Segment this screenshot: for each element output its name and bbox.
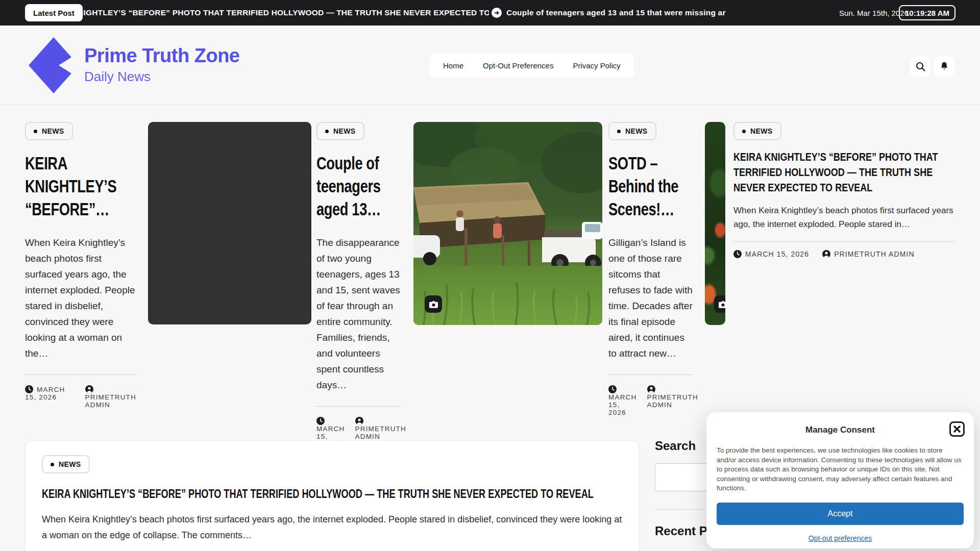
ticker-item-2[interactable]: Couple of teenagers aged 13 and 15 that …	[506, 0, 726, 26]
logo-diamond-icon	[28, 37, 79, 94]
accept-button[interactable]: Accept	[717, 503, 964, 525]
post-date: MARCH 15, 2026	[733, 250, 809, 258]
site-title: Prime Truth Zone	[84, 45, 239, 67]
consent-dialog: Manage Consent To provide the best exper…	[706, 412, 974, 548]
site-logo[interactable]: Prime Truth Zone Daily News	[28, 37, 242, 95]
ticker-arrow-icon: ➜	[492, 8, 502, 18]
post-meta: MARCH 15, 2026 PRIMETRUTH ADMIN	[25, 385, 136, 409]
latest-post-label: Latest Post	[25, 4, 83, 21]
user-icon	[647, 385, 655, 393]
clock-icon	[25, 385, 33, 393]
user-icon	[822, 250, 830, 258]
post-excerpt: Gilligan’s Island is one of those rare s…	[608, 235, 693, 361]
badge-dot-icon	[51, 463, 54, 466]
category-badge[interactable]: NEWS	[42, 455, 90, 473]
site-tagline: Daily News	[84, 69, 239, 85]
clock-icon	[608, 385, 617, 393]
close-icon	[953, 425, 961, 433]
bell-icon	[939, 61, 949, 71]
clock-icon	[733, 250, 742, 258]
ticker-bar: Latest Post NIGHTLEY’S “BEFORE” PHOTO TH…	[0, 0, 980, 26]
article-image-jungle[interactable]	[705, 122, 725, 325]
article-image-farm-scene[interactable]	[413, 122, 602, 325]
featured-post-excerpt: When Keira Knightley’s beach photos firs…	[42, 512, 623, 543]
page: Latest Post NIGHTLEY’S “BEFORE” PHOTO TH…	[0, 0, 980, 551]
post-author[interactable]: PRIMETRUTH ADMIN	[822, 250, 915, 258]
notifications-button[interactable]	[934, 56, 954, 77]
consent-title: Manage Consent	[717, 422, 964, 438]
opt-out-preferences-link[interactable]: Opt-out preferences	[717, 534, 964, 542]
consent-description: To provide the best experiences, we use …	[717, 446, 964, 493]
badge-dot-icon	[742, 130, 746, 133]
ticker-item-1[interactable]: NIGHTLEY’S “BEFORE” PHOTO THAT TERRIFIED…	[82, 0, 489, 26]
divider	[733, 241, 955, 242]
post-card-3: NEWS SOTD – Behind the Scenes!… Gilligan…	[608, 122, 693, 416]
post-meta: MARCH 15, 2026 PRIMETRUTH ADMIN	[733, 250, 955, 258]
category-badge[interactable]: NEWS	[608, 122, 656, 140]
category-badge[interactable]: NEWS	[316, 122, 364, 140]
close-button[interactable]	[949, 421, 965, 437]
divider	[316, 406, 401, 407]
post-excerpt: When Keira Knightley’s beach photos firs…	[733, 204, 955, 231]
post-title[interactable]: KEIRA KNIGHTLEY’S “BEFORE” PHOTO THAT TE…	[733, 149, 955, 195]
camera-icon	[719, 300, 726, 308]
featured-post-card: NEWS KEIRA KNIGHTLEY’S “BEFORE” PHOTO TH…	[25, 440, 640, 551]
divider	[25, 374, 136, 375]
post-meta: MARCH 15, 2026 PRIMETRUTH ADMIN	[608, 385, 693, 416]
post-date: MARCH 15, 2026	[25, 385, 75, 409]
post-card-2: NEWS Couple of teenagers aged 13… The di…	[316, 122, 401, 448]
featured-post-title[interactable]: KEIRA KNIGHTLEY’S “BEFORE” PHOTO THAT TE…	[42, 486, 620, 503]
category-badge[interactable]: NEWS	[733, 122, 781, 140]
badge-dot-icon	[617, 130, 621, 133]
article-image-dark[interactable]	[148, 122, 311, 324]
main-nav: Home Opt-Out Preferences Privacy Policy	[430, 54, 634, 78]
camera-icon	[429, 300, 438, 308]
post-excerpt: The disappearance of two young teenagers…	[316, 235, 401, 393]
post-card-4: NEWS KEIRA KNIGHTLEY’S “BEFORE” PHOTO TH…	[733, 122, 955, 258]
post-date: MARCH 15, 2026	[608, 385, 637, 416]
badge-dot-icon	[34, 130, 37, 133]
current-time: 10:19:28 AM	[899, 5, 955, 20]
post-excerpt: When Keira Knightley’s beach photos firs…	[25, 235, 136, 361]
current-date: Sun. Mar 15th, 2026	[839, 0, 909, 26]
search-icon	[916, 62, 925, 71]
camera-badge	[425, 295, 442, 313]
farm-photo	[413, 122, 602, 325]
nav-item-opt-out-preferences[interactable]: Opt-Out Preferences	[483, 61, 553, 70]
badge-dot-icon	[325, 130, 329, 133]
nav-item-home[interactable]: Home	[443, 61, 463, 70]
nav-item-privacy-policy[interactable]: Privacy Policy	[573, 61, 620, 70]
clock-icon	[316, 417, 325, 425]
post-title[interactable]: SOTD – Behind the Scenes!…	[608, 152, 693, 220]
user-icon	[85, 385, 93, 393]
post-author[interactable]: PRIMETRUTH ADMIN	[85, 385, 137, 409]
category-badge[interactable]: NEWS	[25, 122, 73, 140]
camera-badge	[714, 295, 725, 313]
post-author[interactable]: PRIMETRUTH ADMIN	[647, 385, 699, 416]
post-title[interactable]: KEIRA KNIGHTLEY’S “BEFORE”…	[25, 152, 136, 220]
site-header: Prime Truth Zone Daily News Home Opt-Out…	[0, 26, 980, 105]
divider	[608, 374, 693, 375]
post-card-1: NEWS KEIRA KNIGHTLEY’S “BEFORE”… When Ke…	[25, 122, 136, 409]
post-title[interactable]: Couple of teenagers aged 13…	[316, 152, 401, 220]
user-icon	[355, 417, 363, 425]
search-button[interactable]	[910, 56, 930, 77]
